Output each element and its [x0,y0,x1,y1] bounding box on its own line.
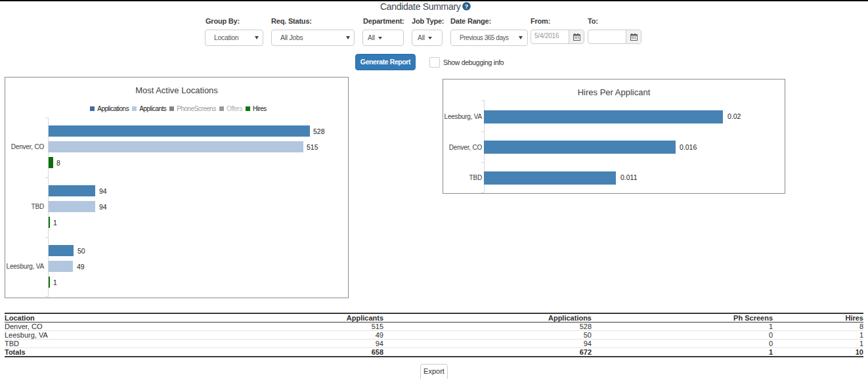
svg-text:?: ? [465,3,469,10]
